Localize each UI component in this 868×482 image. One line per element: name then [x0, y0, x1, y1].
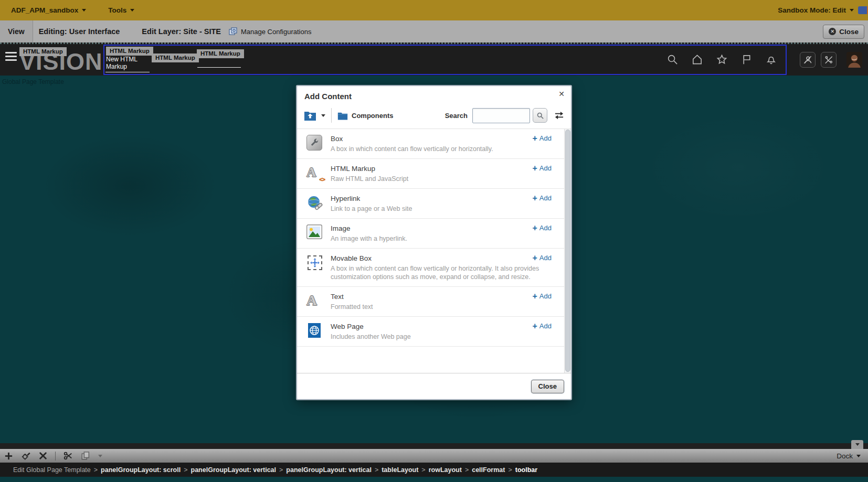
- add-hyperlink-link[interactable]: + Add: [533, 194, 552, 202]
- user-avatar[interactable]: [846, 52, 862, 68]
- chevron-down-icon: [130, 9, 134, 12]
- paste-icon[interactable]: [81, 451, 90, 460]
- divider: [331, 108, 332, 123]
- add-label: Add: [539, 134, 552, 142]
- item-name: Box: [331, 135, 543, 143]
- list-item-text[interactable]: A Text Formatted text + Add: [297, 287, 564, 317]
- breadcrumb-current[interactable]: toolbar: [515, 466, 537, 474]
- close-circle-icon: ✕: [829, 28, 836, 35]
- folder-nav-dropdown-icon[interactable]: [321, 114, 325, 117]
- close-edit-mode-button[interactable]: ✕ Close: [823, 25, 864, 39]
- component-list: Box A box in which content can flow vert…: [297, 128, 571, 373]
- item-desc: An image with a hyperlink.: [331, 234, 543, 243]
- breadcrumb-segment[interactable]: panelGroupLayout: vertical: [286, 466, 372, 474]
- search-label: Search: [445, 112, 468, 120]
- list-item-image[interactable]: Image An image with a hyperlink. + Add: [297, 219, 564, 249]
- dialog-toolbar: Components Search: [297, 102, 571, 128]
- item-desc: A box in which content can flow vertical…: [331, 145, 543, 154]
- breadcrumb-segment[interactable]: panelGroupLayout: scroll: [101, 466, 181, 474]
- dialog-close-button[interactable]: Close: [531, 380, 564, 393]
- dialog-close-icon[interactable]: ✕: [558, 90, 565, 98]
- add-label: Add: [539, 194, 552, 202]
- image-icon: [306, 224, 323, 241]
- divider: [55, 452, 56, 460]
- html-markup-component-4[interactable]: HTML Markup: [197, 49, 244, 58]
- flag-icon[interactable]: [740, 53, 753, 66]
- editing-label: Editing: User Interface: [39, 27, 120, 36]
- toolbar-more-icon[interactable]: [98, 455, 102, 457]
- cut-icon[interactable]: [63, 451, 73, 460]
- html-markup-component-3[interactable]: HTML Markup: [152, 53, 199, 62]
- web-page-icon: [306, 323, 323, 339]
- presence-disabled-button[interactable]: [800, 52, 816, 68]
- add-icon[interactable]: [4, 452, 13, 460]
- search-icon[interactable]: [666, 53, 679, 66]
- dock-collapse-tab[interactable]: [851, 440, 863, 449]
- item-desc: Formatted text: [331, 303, 543, 312]
- dialog-scrollbar[interactable]: [564, 129, 571, 373]
- list-item-box[interactable]: Box A box in which content can flow vert…: [297, 129, 564, 159]
- new-html-markup-text[interactable]: New HTML Markup: [106, 56, 139, 71]
- html-markup-component-1[interactable]: HTML Markup: [19, 47, 67, 56]
- manage-configurations-label: Manage Configurations: [241, 28, 311, 36]
- breadcrumb-separator: >: [94, 466, 98, 474]
- selection-breadcrumb: Edit Global Page Template > panelGroupLa…: [0, 463, 868, 477]
- html-markup-component-2[interactable]: HTML Markup: [106, 47, 153, 56]
- item-desc: A box in which content can flow vertical…: [331, 264, 543, 282]
- sandbox-mode-menu[interactable]: Sandbox Mode: Edit: [778, 6, 854, 14]
- manage-configurations-link[interactable]: Manage Configurations: [229, 27, 311, 36]
- add-html-markup-link[interactable]: + Add: [533, 164, 552, 172]
- refresh-swap-icon[interactable]: [554, 111, 564, 120]
- delete-icon[interactable]: [39, 452, 47, 460]
- bottom-strip: [0, 477, 868, 482]
- sandbox-menu[interactable]: ADF_APM_sandbox: [11, 6, 86, 14]
- hamburger-menu-icon[interactable]: [5, 52, 17, 63]
- tools-menu-label: Tools: [108, 6, 126, 14]
- breadcrumb-segment[interactable]: rowLayout: [429, 466, 462, 474]
- chevron-down-icon: [82, 9, 86, 12]
- site-header: VISION HTML Markup HTML Markup New HTML …: [0, 42, 868, 76]
- edit-properties-icon[interactable]: [21, 451, 31, 460]
- folder-up-icon[interactable]: [304, 110, 316, 121]
- add-text-link[interactable]: + Add: [533, 292, 552, 300]
- plus-icon: +: [533, 135, 537, 142]
- tools-menu[interactable]: Tools: [108, 6, 134, 14]
- breadcrumb-separator: >: [279, 466, 283, 474]
- selected-region-outline[interactable]: HTML Markup New HTML Markup HTML Markup …: [103, 45, 787, 75]
- breadcrumb-separator: >: [508, 466, 512, 474]
- sandbox-user-icon[interactable]: [858, 6, 867, 14]
- movable-box-icon: [306, 254, 323, 271]
- list-item-hyperlink[interactable]: Hyperlink Link to a page or a Web site +…: [297, 189, 564, 219]
- avatar-photo: [846, 52, 862, 68]
- phone-slash-icon: [823, 55, 834, 65]
- scrollbar-thumb[interactable]: [565, 130, 570, 372]
- bell-icon[interactable]: [765, 53, 777, 66]
- breadcrumb-segment[interactable]: cellFormat: [472, 466, 505, 474]
- edit-layer-label: Edit Layer: Site - SITE: [142, 27, 221, 36]
- sandbox-menu-label: ADF_APM_sandbox: [11, 6, 78, 14]
- add-box-link[interactable]: + Add: [533, 134, 552, 142]
- call-disabled-button[interactable]: [821, 52, 837, 68]
- star-icon[interactable]: [716, 53, 728, 66]
- breadcrumb-segment[interactable]: panelGroupLayout: vertical: [191, 466, 277, 474]
- dock-control[interactable]: Dock: [837, 449, 861, 463]
- list-item-web-page[interactable]: Web Page Includes another Web page + Add: [297, 317, 564, 347]
- add-movable-box-link[interactable]: + Add: [533, 254, 552, 262]
- breadcrumb-segment[interactable]: tableLayout: [382, 466, 418, 474]
- search-button[interactable]: [533, 108, 547, 123]
- add-web-page-link[interactable]: + Add: [533, 322, 552, 330]
- breadcrumb-root[interactable]: Edit Global Page Template: [13, 466, 91, 474]
- view-menu[interactable]: View: [0, 20, 33, 42]
- chevron-down-icon: [856, 455, 861, 457]
- list-item-html-markup[interactable]: A<> HTML Markup Raw HTML and JavaScript …: [297, 159, 564, 189]
- home-icon[interactable]: [691, 53, 703, 66]
- search-input[interactable]: [472, 108, 530, 123]
- plus-icon: +: [533, 195, 537, 201]
- item-name: Text: [331, 293, 543, 301]
- screen: ADF_APM_sandbox Tools Sandbox Mode: Edit…: [0, 0, 868, 482]
- dock-label: Dock: [837, 452, 853, 460]
- item-name: Image: [331, 224, 543, 232]
- add-image-link[interactable]: + Add: [533, 224, 552, 232]
- add-label: Add: [539, 164, 552, 172]
- list-item-movable-box[interactable]: Movable Box A box in which content can f…: [297, 249, 564, 287]
